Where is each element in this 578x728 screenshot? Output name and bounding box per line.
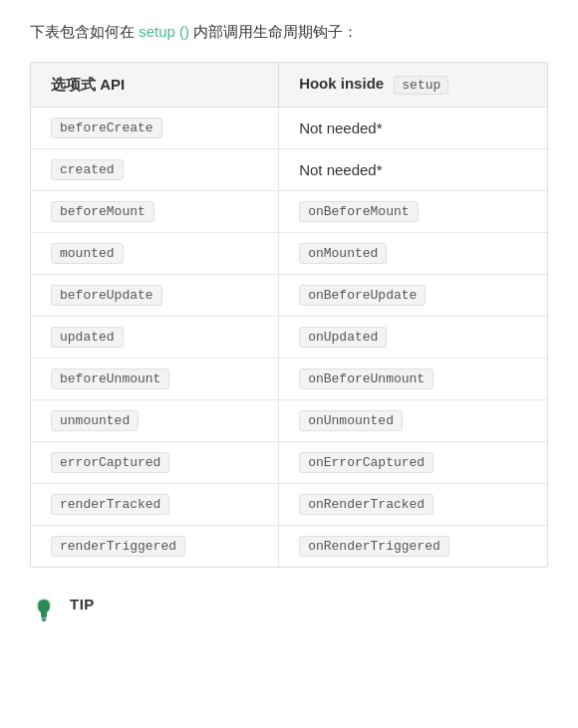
table-row: errorCapturedonErrorCaptured <box>31 442 547 484</box>
hook-cell: Not needed* <box>279 149 547 191</box>
hook-cell: onMounted <box>279 233 547 275</box>
options-api-tag: updated <box>51 327 124 348</box>
lifecycle-table: 选项式 API Hook inside setup beforeCreateNo… <box>31 63 547 567</box>
hook-cell: onBeforeMount <box>279 191 547 233</box>
table-row: beforeUpdateonBeforeUpdate <box>31 275 547 317</box>
setup-badge: setup <box>394 76 448 95</box>
options-api-tag: beforeUnmount <box>51 368 169 389</box>
options-api-cell: renderTracked <box>31 484 279 526</box>
options-api-tag: renderTriggered <box>51 536 185 557</box>
tip-icon-container <box>30 596 58 623</box>
intro-highlight: setup () <box>139 23 189 40</box>
hook-cell: onUnmounted <box>279 400 547 442</box>
options-api-cell: renderTriggered <box>31 526 279 568</box>
options-api-cell: beforeCreate <box>31 108 279 149</box>
table-row: unmountedonUnmounted <box>31 400 547 442</box>
intro-text-after: 内部调用生命周期钩子： <box>193 23 358 40</box>
options-api-cell: beforeUpdate <box>31 275 279 317</box>
table-header-row: 选项式 API Hook inside setup <box>31 63 547 108</box>
table-row: beforeMountonBeforeMount <box>31 191 547 233</box>
hook-cell: Not needed* <box>279 108 547 149</box>
hook-tag: onUpdated <box>299 327 387 348</box>
options-api-cell: errorCaptured <box>31 442 279 484</box>
hook-tag: onErrorCaptured <box>299 452 434 473</box>
options-api-tag: beforeUpdate <box>51 285 162 306</box>
hook-cell: onRenderTriggered <box>279 526 547 568</box>
options-api-tag: beforeMount <box>51 201 154 222</box>
table-row: mountedonMounted <box>31 233 547 275</box>
hook-tag: onBeforeUpdate <box>299 285 426 306</box>
options-api-cell: beforeMount <box>31 191 279 233</box>
hook-cell: onBeforeUpdate <box>279 275 547 317</box>
options-api-tag: mounted <box>51 243 124 264</box>
svg-rect-1 <box>41 615 47 617</box>
options-api-cell: updated <box>31 317 279 359</box>
hook-cell: onBeforeUnmount <box>279 359 547 400</box>
options-api-tag: created <box>51 159 124 180</box>
intro-text-before: 下表包含如何在 <box>30 23 135 40</box>
options-api-tag: errorCaptured <box>51 452 169 473</box>
hook-tag: onRenderTriggered <box>299 536 449 557</box>
options-api-cell: mounted <box>31 233 279 275</box>
svg-rect-3 <box>42 620 46 622</box>
table-row: beforeUnmountonBeforeUnmount <box>31 359 547 400</box>
hook-cell: onRenderTracked <box>279 484 547 526</box>
hook-tag: onRenderTracked <box>299 494 434 515</box>
table-row: beforeCreateNot needed* <box>31 108 547 149</box>
table-body: beforeCreateNot needed*createdNot needed… <box>31 108 547 568</box>
col1-header: 选项式 API <box>31 63 279 108</box>
intro-paragraph: 下表包含如何在 setup () 内部调用生命周期钩子： <box>30 20 548 44</box>
hook-tag: onBeforeUnmount <box>299 368 434 389</box>
col2-header: Hook inside setup <box>279 63 547 108</box>
options-api-tag: renderTracked <box>51 494 169 515</box>
options-api-tag: beforeCreate <box>51 118 162 138</box>
not-needed-text: Not needed* <box>299 120 382 136</box>
tip-bulb-icon <box>34 596 54 623</box>
hook-cell: onErrorCaptured <box>279 442 547 484</box>
not-needed-text: Not needed* <box>299 161 382 178</box>
hook-cell: onUpdated <box>279 317 547 359</box>
hook-tag: onBeforeMount <box>299 201 418 222</box>
lifecycle-table-wrapper: 选项式 API Hook inside setup beforeCreateNo… <box>30 62 548 568</box>
hook-tag: onMounted <box>299 243 387 264</box>
tip-label: TIP <box>70 596 95 612</box>
options-api-cell: created <box>31 149 279 191</box>
svg-rect-2 <box>42 618 47 620</box>
tip-section: TIP <box>30 592 548 623</box>
options-api-tag: unmounted <box>51 410 139 431</box>
table-row: renderTrackedonRenderTracked <box>31 484 547 526</box>
options-api-cell: beforeUnmount <box>31 359 279 400</box>
table-row: updatedonUpdated <box>31 317 547 359</box>
options-api-cell: unmounted <box>31 400 279 442</box>
table-row: renderTriggeredonRenderTriggered <box>31 526 547 568</box>
hook-tag: onUnmounted <box>299 410 403 431</box>
table-row: createdNot needed* <box>31 149 547 191</box>
